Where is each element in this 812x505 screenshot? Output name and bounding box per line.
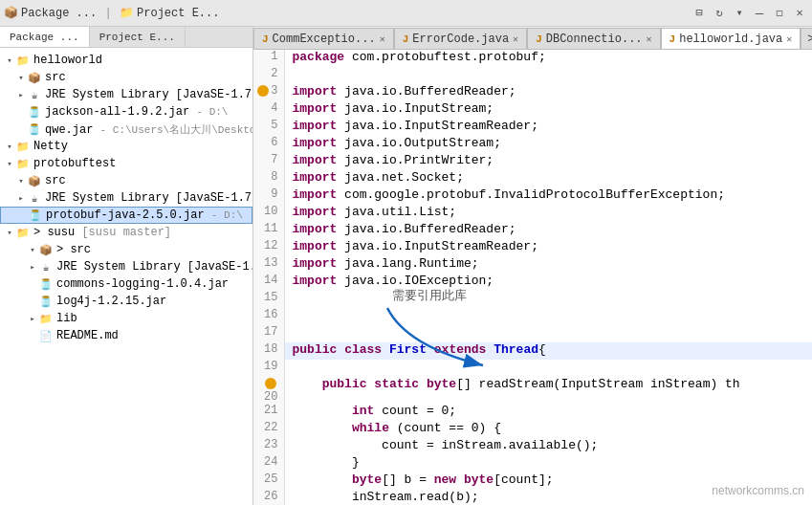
- tab-more[interactable]: >: [801, 28, 812, 49]
- line-18: 18 public class First extends Thread{: [253, 342, 812, 360]
- arrow-src-pt: [15, 175, 27, 187]
- tree-item-src-susu[interactable]: 📦 > src: [0, 241, 252, 258]
- tree-item-log4j[interactable]: 🫙 log4j-1.2.15.jar: [0, 293, 252, 310]
- tree-item-jre-susu[interactable]: ☕ JRE System Library [JavaSE-1.6]: [0, 258, 252, 275]
- line-15: 15: [253, 291, 812, 308]
- tree-item-jackson[interactable]: 🫙 jackson-all-1.9.2.jar - D:\: [0, 103, 252, 121]
- annotation-text: 需要引用此库: [392, 287, 467, 304]
- line-10: 10 import java.util.List;: [253, 205, 812, 222]
- arrow-src-susu: [27, 244, 38, 255]
- code-table: 1 package com.protobuftest.protobuf; 2 3…: [253, 50, 812, 505]
- project-explorer-label[interactable]: 📁 Project E...: [120, 6, 219, 20]
- package-icon: 📦: [4, 6, 18, 20]
- tree-item-jre-pt[interactable]: ☕ JRE System Library [JavaSE-1.7]: [0, 189, 252, 207]
- java-icon-commexception: J: [262, 33, 269, 45]
- line-23: 23 count = inStream.available();: [253, 438, 812, 455]
- arrow-jre-susu: [27, 261, 38, 273]
- line-11: 11 import java.io.BufferedReader;: [253, 222, 812, 239]
- line-8: 8 import java.net.Socket;: [253, 170, 812, 187]
- panel-tabs: Package ... Project E...: [0, 27, 252, 48]
- arrow-jre-pt: [15, 192, 27, 204]
- line-14: 14 import java.io.IOException;: [253, 274, 812, 291]
- jar-icon-protobuf: 🫙: [28, 208, 43, 223]
- line-21: 21 int count = 0;: [253, 404, 812, 421]
- tree-item-jre-hw[interactable]: ☕ JRE System Library [JavaSE-1.7]: [0, 86, 252, 103]
- arrow-jre-hw: [15, 89, 27, 100]
- tree-item-lib[interactable]: 📁 lib: [0, 310, 252, 327]
- tab-package-explorer[interactable]: Package ...: [0, 27, 90, 47]
- gutter-marker-20: [265, 378, 276, 389]
- line-5: 5 import java.io.InputStreamReader;: [253, 119, 812, 136]
- tree-item-netty[interactable]: 📁 Netty: [0, 138, 252, 155]
- jar-icon-jackson: 🫙: [27, 104, 42, 120]
- sync-icon[interactable]: ↻: [711, 5, 728, 22]
- arrow-netty: [4, 141, 15, 152]
- arrow-protobuftest: [4, 158, 15, 169]
- folder-icon-helloworld: 📁: [15, 53, 31, 68]
- jar-icon-commons: 🫙: [38, 276, 54, 292]
- line-2: 2: [253, 67, 812, 84]
- close-icon[interactable]: ✕: [791, 5, 808, 22]
- line-22: 22 while (count == 0) {: [253, 421, 812, 438]
- close-tab-dbconnection[interactable]: ✕: [647, 33, 652, 45]
- gutter-marker-3: [257, 85, 269, 97]
- tree-item-readme[interactable]: 📄 README.md: [0, 327, 252, 344]
- restore-icon[interactable]: ◻: [771, 5, 788, 22]
- jar-icon-log4j: 🫙: [38, 294, 54, 309]
- line-20: 20 public static byte[] readStream(Input…: [253, 377, 812, 404]
- line-7: 7 import java.io.PrintWriter;: [253, 153, 812, 170]
- jre-icon-pt: ☕: [27, 190, 42, 206]
- line-12: 12 import java.io.InputStreamReader;: [253, 239, 812, 256]
- tab-project-explorer[interactable]: Project E...: [90, 27, 186, 47]
- close-tab-errorcode[interactable]: ✕: [513, 33, 518, 45]
- dropdown-icon[interactable]: ▾: [731, 5, 748, 22]
- tree-item-susu[interactable]: 📁 > susu [susu master]: [0, 224, 252, 241]
- line-1: 1 package com.protobuftest.protobuf;: [253, 50, 812, 67]
- close-tab-helloworld[interactable]: ✕: [786, 33, 792, 45]
- minimize-icon[interactable]: —: [751, 5, 768, 22]
- tab-commexception[interactable]: J CommExceptio... ✕: [253, 28, 394, 49]
- package-explorer-label[interactable]: 📦 Package ...: [4, 6, 97, 20]
- tab-errorcode[interactable]: J ErrorCode.java ✕: [394, 28, 527, 49]
- file-tree: 📁 helloworld 📦 src ☕ JRE System Library …: [0, 48, 252, 348]
- watermark: networkcomms.cn: [712, 484, 804, 497]
- arrow-lib: [27, 313, 38, 324]
- tree-item-commons[interactable]: 🫙 commons-logging-1.0.4.jar: [0, 275, 252, 293]
- jre-icon-hw: ☕: [27, 87, 42, 102]
- folder-icon-susu: 📁: [15, 225, 31, 240]
- project-icon: 📁: [120, 6, 134, 20]
- tree-item-qwe[interactable]: 🫙 qwe.jar - C:\Users\名山大川\Deskto: [0, 121, 252, 138]
- arrow-susu: [4, 227, 15, 238]
- tree-item-protobuf-jar[interactable]: 🫙 protobuf-java-2.5.0.jar - D:\: [0, 207, 252, 224]
- src-icon-susu: 📦: [38, 242, 54, 257]
- tab-helloworld[interactable]: J helloworld.java ✕: [661, 28, 801, 49]
- tree-item-protobuftest[interactable]: 📁 protobuftest: [0, 155, 252, 172]
- java-icon-helloworld: J: [669, 33, 676, 45]
- top-bar: 📦 Package ... | 📁 Project E... ⊟ ↻ ▾ — ◻…: [0, 0, 812, 27]
- line-17: 17: [253, 325, 812, 342]
- close-tab-commexception[interactable]: ✕: [380, 33, 385, 45]
- tree-item-src-hw[interactable]: 📦 src: [0, 69, 252, 86]
- tab-dbconnection[interactable]: J DBConnectio... ✕: [527, 28, 660, 49]
- line-3: 3 import java.io.BufferedReader;: [253, 84, 812, 101]
- line-4: 4 import java.io.InputStream;: [253, 101, 812, 119]
- left-panel: Package ... Project E... 📁 helloworld 📦 …: [0, 27, 253, 505]
- tree-item-helloworld[interactable]: 📁 helloworld: [0, 52, 252, 69]
- file-icon-readme: 📄: [38, 328, 54, 343]
- jar-icon-qwe: 🫙: [27, 121, 42, 137]
- separator: |: [104, 6, 112, 20]
- line-16: 16: [253, 308, 812, 325]
- folder-icon-lib: 📁: [38, 311, 54, 326]
- java-icon-dbconnection: J: [536, 33, 542, 45]
- tree-item-src-pt[interactable]: 📦 src: [0, 172, 252, 189]
- editor-tabs: J CommExceptio... ✕ J ErrorCode.java ✕ J…: [253, 27, 812, 50]
- line-9: 9 import com.google.protobuf.InvalidProt…: [253, 187, 812, 205]
- line-19: 19: [253, 360, 812, 377]
- collapse-icon[interactable]: ⊟: [691, 5, 708, 22]
- code-editor[interactable]: 1 package com.protobuftest.protobuf; 2 3…: [253, 50, 812, 505]
- line-13: 13 import java.lang.Runtime;: [253, 256, 812, 274]
- java-icon-errorcode: J: [403, 33, 409, 45]
- arrow-src-hw: [15, 72, 27, 83]
- folder-icon-protobuftest: 📁: [15, 156, 31, 171]
- src-icon-pt: 📦: [27, 173, 42, 188]
